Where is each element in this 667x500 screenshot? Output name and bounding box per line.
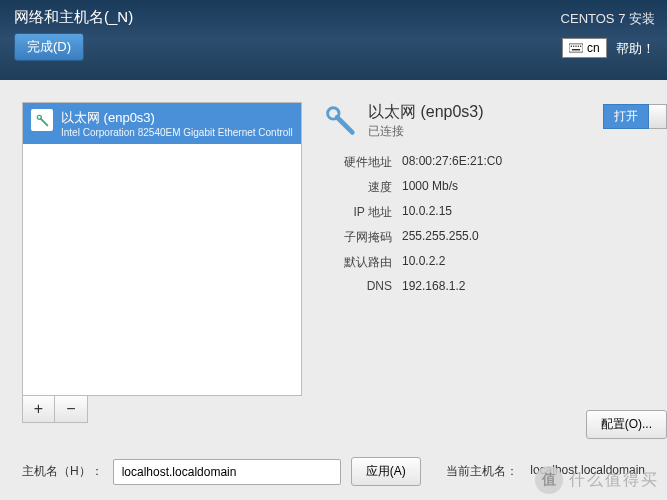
ip-value: 10.0.2.15	[402, 204, 667, 221]
mask-label: 子网掩码	[320, 229, 392, 246]
done-button[interactable]: 完成(D)	[14, 33, 84, 61]
hostname-label: 主机名（H）：	[22, 463, 103, 480]
connection-toggle[interactable]: 打开	[603, 104, 667, 129]
current-hostname-label: 当前主机名：	[446, 463, 518, 480]
interface-device: Intel Corporation 82540EM Gigabit Ethern…	[61, 127, 293, 138]
svg-rect-3	[575, 46, 576, 47]
header-bar: 网络和主机名(_N) 完成(D) CENTOS 7 安装 cn 帮助！	[0, 0, 667, 80]
header-right: CENTOS 7 安装 cn 帮助！	[561, 10, 655, 58]
interface-item[interactable]: 以太网 (enp0s3) Intel Corporation 82540EM G…	[23, 103, 301, 144]
configure-button[interactable]: 配置(O)...	[586, 410, 667, 439]
dns-value: 192.168.1.2	[402, 279, 667, 293]
add-remove-toolbar: + −	[22, 396, 88, 423]
svg-rect-6	[572, 49, 580, 50]
interface-list[interactable]: 以太网 (enp0s3) Intel Corporation 82540EM G…	[22, 102, 302, 396]
svg-rect-0	[569, 44, 583, 52]
detail-panel: 以太网 (enp0s3) 已连接 打开 硬件地址 08:00:27:6E:21:…	[320, 102, 667, 293]
installer-title: CENTOS 7 安装	[561, 10, 655, 28]
interface-panel: 以太网 (enp0s3) Intel Corporation 82540EM G…	[22, 102, 302, 423]
hwaddr-value: 08:00:27:6E:21:C0	[402, 154, 667, 171]
mask-value: 255.255.255.0	[402, 229, 667, 246]
ip-label: IP 地址	[320, 204, 392, 221]
add-interface-button[interactable]: +	[23, 396, 55, 422]
remove-interface-button[interactable]: −	[55, 396, 87, 422]
hostname-input[interactable]	[113, 459, 341, 485]
content-area: 以太网 (enp0s3) Intel Corporation 82540EM G…	[0, 80, 667, 450]
ethernet-large-icon	[320, 102, 358, 140]
svg-rect-4	[578, 46, 579, 47]
speed-value: 1000 Mb/s	[402, 179, 667, 196]
connection-title: 以太网 (enp0s3)	[368, 102, 484, 123]
watermark-badge: 值	[535, 466, 563, 494]
watermark-text: 什么值得买	[569, 470, 659, 491]
hwaddr-label: 硬件地址	[320, 154, 392, 171]
keyboard-icon	[569, 43, 583, 53]
connection-properties: 硬件地址 08:00:27:6E:21:C0 速度 1000 Mb/s IP 地…	[320, 154, 667, 293]
svg-rect-2	[573, 46, 574, 47]
connection-header: 以太网 (enp0s3) 已连接 打开	[320, 102, 667, 140]
toggle-on-label: 打开	[603, 104, 649, 129]
dns-label: DNS	[320, 279, 392, 293]
gateway-label: 默认路由	[320, 254, 392, 271]
speed-label: 速度	[320, 179, 392, 196]
keyboard-layout-indicator[interactable]: cn	[562, 38, 607, 58]
ethernet-icon	[31, 109, 53, 131]
svg-rect-1	[571, 46, 572, 47]
watermark: 值 什么值得买	[535, 466, 659, 494]
page-title: 网络和主机名(_N)	[14, 8, 653, 27]
help-button[interactable]: 帮助！	[616, 41, 655, 56]
gateway-value: 10.0.2.2	[402, 254, 667, 271]
svg-rect-5	[580, 46, 581, 47]
apply-hostname-button[interactable]: 应用(A)	[351, 457, 421, 486]
interface-name: 以太网 (enp0s3)	[61, 109, 293, 127]
connection-status: 已连接	[368, 123, 484, 140]
keyboard-layout-text: cn	[587, 41, 600, 55]
toggle-knob	[649, 104, 667, 129]
